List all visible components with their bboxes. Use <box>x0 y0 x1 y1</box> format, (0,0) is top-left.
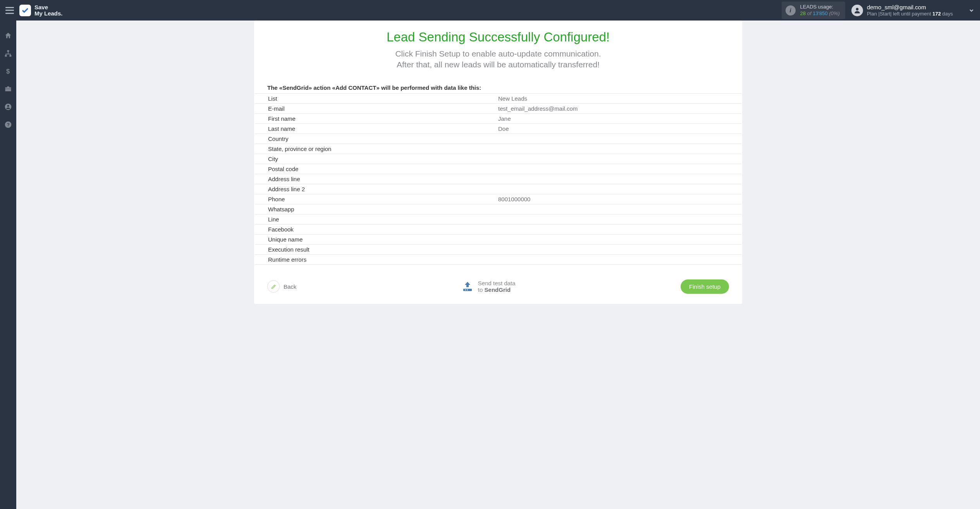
action-summary: The «SendGrid» action «Add CONTACT» will… <box>254 84 742 93</box>
user-menu[interactable]: demo_sml@gmail.com Plan |Start| left unt… <box>851 4 953 17</box>
home-icon[interactable] <box>4 31 12 40</box>
usage-panel[interactable]: i LEADS usage: 28 of 13'850 (0%) <box>782 2 845 19</box>
table-row: Line <box>255 214 741 224</box>
pencil-icon <box>267 280 280 293</box>
table-row: Execution result <box>255 244 741 254</box>
svg-rect-10 <box>465 290 466 290</box>
user-plan: Plan |Start| left until payment 172 days <box>867 11 953 17</box>
field-label: List <box>268 95 498 102</box>
table-row: Address line 2 <box>255 184 741 194</box>
finish-setup-button[interactable]: Finish setup <box>681 279 729 294</box>
svg-point-6 <box>7 105 9 107</box>
chevron-down-icon[interactable] <box>953 7 975 14</box>
field-label: Facebook <box>268 226 498 233</box>
svg-text:?: ? <box>7 122 10 127</box>
user-info: demo_sml@gmail.com Plan |Start| left unt… <box>867 4 953 17</box>
logo[interactable]: Save My Leads. <box>19 4 63 17</box>
svg-text:$: $ <box>6 68 10 75</box>
svg-rect-3 <box>9 55 11 57</box>
table-row: Country <box>255 134 741 144</box>
field-value: test_email_address@mail.com <box>498 105 728 112</box>
field-label: Unique name <box>268 236 498 243</box>
config-card: Lead Sending Successfully Configured! Cl… <box>254 21 742 304</box>
avatar-icon <box>851 5 863 16</box>
info-icon: i <box>786 5 796 15</box>
actions-bar: Back Send test data to SendGrid Finish s… <box>254 265 742 294</box>
field-value: New Leads <box>498 95 728 102</box>
back-button[interactable]: Back <box>267 280 296 293</box>
table-row: ListNew Leads <box>255 93 741 103</box>
user-icon[interactable] <box>4 103 12 111</box>
usage-label: LEADS usage: <box>800 4 840 10</box>
dollar-icon[interactable]: $ <box>4 67 12 75</box>
svg-rect-1 <box>7 50 9 52</box>
usage-used: 28 <box>800 10 806 16</box>
field-label: First name <box>268 115 498 122</box>
page-title: Lead Sending Successfully Configured! <box>254 30 742 45</box>
svg-rect-11 <box>467 290 468 290</box>
table-row: Postal code <box>255 164 741 174</box>
subtitle-line1: Click Finish Setup to enable auto-update… <box>254 48 742 59</box>
back-label: Back <box>284 283 296 290</box>
logo-text: Save My Leads. <box>34 4 63 17</box>
field-label: Address line 2 <box>268 186 498 192</box>
field-value: Jane <box>498 115 728 122</box>
page: Lead Sending Successfully Configured! Cl… <box>16 21 980 304</box>
field-label: City <box>268 156 498 162</box>
usage-pct: (0%) <box>829 10 839 16</box>
table-row: Whatsapp <box>255 204 741 214</box>
table-row: Facebook <box>255 224 741 234</box>
sidebar: $ ? <box>0 21 16 304</box>
sitemap-icon[interactable] <box>4 49 12 58</box>
topbar: Save My Leads. i LEADS usage: 28 of 13'8… <box>0 0 980 21</box>
field-label: State, province or region <box>268 146 498 152</box>
table-row: Last nameDoe <box>255 123 741 134</box>
field-label: E-mail <box>268 105 498 112</box>
brand-line2: My Leads. <box>34 10 63 17</box>
table-row: Address line <box>255 174 741 184</box>
field-label: Phone <box>268 196 498 202</box>
field-value: Doe <box>498 125 728 132</box>
help-icon[interactable]: ? <box>4 120 12 129</box>
brand-line1: Save <box>34 4 63 10</box>
field-label: Whatsapp <box>268 206 498 213</box>
field-label: Execution result <box>268 246 498 253</box>
user-email: demo_sml@gmail.com <box>867 4 953 11</box>
table-row: Runtime errors <box>255 254 741 265</box>
menu-toggle[interactable] <box>5 7 14 14</box>
subtitle-line2: After that, all new leads will be automa… <box>254 59 742 70</box>
fields-table: ListNew LeadsE-mailtest_email_address@ma… <box>255 93 741 265</box>
usage-text: LEADS usage: 28 of 13'850 (0%) <box>800 4 840 17</box>
table-row: Phone8001000000 <box>255 194 741 204</box>
field-label: Runtime errors <box>268 256 498 263</box>
page-subtitle: Click Finish Setup to enable auto-update… <box>254 48 742 70</box>
usage-total: 13'850 <box>813 10 828 16</box>
table-row: City <box>255 154 741 164</box>
table-row: Unique name <box>255 234 741 244</box>
field-label: Last name <box>268 125 498 132</box>
table-row: First nameJane <box>255 113 741 123</box>
table-row: State, province or region <box>255 144 741 154</box>
briefcase-icon[interactable] <box>4 85 12 93</box>
field-label: Address line <box>268 176 498 182</box>
send-test-label: Send test data to SendGrid <box>478 280 516 293</box>
table-row: E-mailtest_email_address@mail.com <box>255 103 741 113</box>
usage-of: of <box>807 10 812 16</box>
logo-check-icon <box>19 5 31 16</box>
send-test-button[interactable]: Send test data to SendGrid <box>462 280 516 293</box>
field-label: Line <box>268 216 498 223</box>
svg-rect-2 <box>5 55 7 57</box>
upload-icon <box>462 281 473 292</box>
svg-point-0 <box>856 8 859 10</box>
field-value: 8001000000 <box>498 196 728 202</box>
field-label: Country <box>268 135 498 142</box>
field-label: Postal code <box>268 166 498 172</box>
